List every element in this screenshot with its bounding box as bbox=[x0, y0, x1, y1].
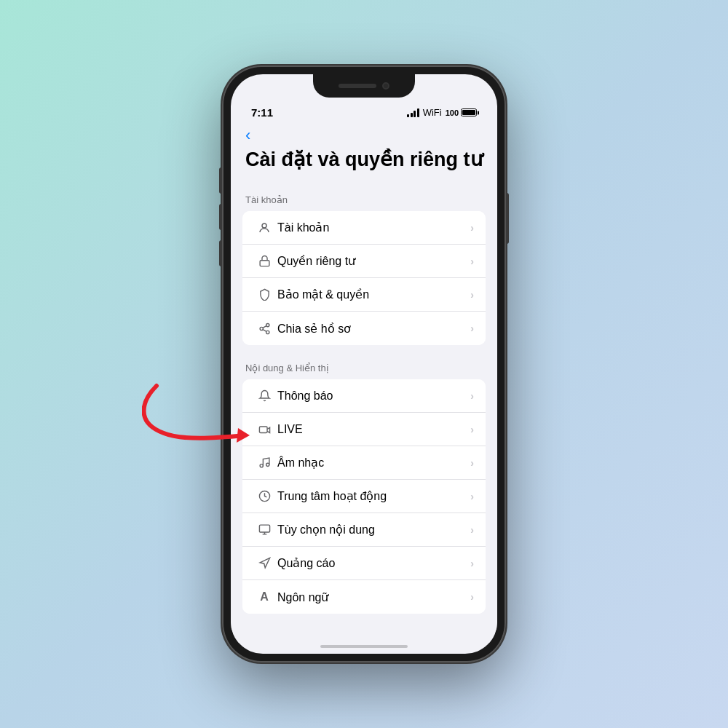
menu-item-activity[interactable]: Trung tâm hoạt động › bbox=[242, 480, 486, 513]
svg-rect-2 bbox=[260, 261, 269, 266]
account-icon bbox=[254, 221, 274, 234]
menu-label-live: LIVE bbox=[277, 423, 470, 436]
battery-icon: 100 bbox=[446, 108, 477, 117]
menu-item-content-options[interactable]: Tùy chọn nội dung › bbox=[242, 513, 486, 547]
chevron-music: › bbox=[470, 457, 474, 469]
svg-point-3 bbox=[266, 323, 269, 326]
menu-item-live[interactable]: LIVE › bbox=[242, 413, 486, 446]
wifi-icon: WiFi bbox=[423, 107, 442, 118]
svg-point-10 bbox=[266, 464, 269, 467]
chevron-content-options: › bbox=[470, 524, 474, 536]
share-profile-icon bbox=[254, 323, 274, 335]
menu-label-privacy: Quyền riêng tư bbox=[277, 254, 470, 268]
menu-item-share-profile[interactable]: Chia sẻ hồ sơ › bbox=[242, 312, 486, 345]
menu-item-security[interactable]: Bảo mật & quyền › bbox=[242, 278, 486, 312]
notification-icon bbox=[254, 389, 274, 402]
svg-line-7 bbox=[263, 326, 266, 328]
menu-label-notification: Thông báo bbox=[277, 389, 470, 403]
menu-item-account[interactable]: Tài khoản › bbox=[242, 211, 486, 245]
page-header: ‹ Cài đặt và quyền riêng tư bbox=[231, 122, 497, 183]
section-header-content: Nội dung & Hiển thị bbox=[231, 351, 497, 379]
content-area: ‹ Cài đặt và quyền riêng tư Tài khoản Tà… bbox=[231, 122, 497, 643]
status-icons: WiFi 100 bbox=[407, 107, 477, 118]
menu-label-security: Bảo mật & quyền bbox=[277, 288, 470, 301]
chevron-language: › bbox=[470, 591, 474, 603]
activity-icon bbox=[254, 490, 274, 502]
menu-group-content: Thông báo › LIVE › bbox=[242, 379, 486, 614]
menu-item-notification[interactable]: Thông báo › bbox=[242, 379, 486, 413]
svg-line-6 bbox=[263, 329, 266, 331]
notch-speaker bbox=[339, 84, 376, 88]
signal-icon bbox=[407, 108, 419, 117]
phone-wrapper: 7:11 WiFi 100 ‹ Cài đặt và quy bbox=[222, 66, 506, 662]
svg-point-4 bbox=[260, 327, 263, 330]
menu-item-privacy[interactable]: Quyền riêng tư › bbox=[242, 245, 486, 278]
svg-point-5 bbox=[266, 331, 269, 333]
menu-label-share-profile: Chia sẻ hồ sơ bbox=[277, 322, 470, 336]
svg-point-9 bbox=[260, 464, 263, 467]
chevron-ads: › bbox=[470, 558, 474, 569]
page-title: Cài đặt và quyền riêng tư bbox=[245, 148, 483, 171]
svg-rect-8 bbox=[259, 427, 267, 433]
svg-point-1 bbox=[262, 223, 266, 228]
chevron-share-profile: › bbox=[470, 323, 474, 334]
section-header-account: Tài khoản bbox=[231, 183, 497, 211]
live-icon bbox=[254, 423, 274, 435]
menu-item-ads[interactable]: Quảng cáo › bbox=[242, 547, 486, 580]
status-time: 7:11 bbox=[251, 106, 273, 119]
phone-screen: 7:11 WiFi 100 ‹ Cài đặt và quy bbox=[231, 74, 497, 654]
menu-label-language: Ngôn ngữ bbox=[277, 590, 470, 604]
security-icon bbox=[254, 288, 274, 301]
notch bbox=[313, 74, 415, 98]
home-indicator bbox=[320, 645, 408, 648]
language-icon: A bbox=[254, 590, 274, 604]
music-icon bbox=[254, 456, 274, 469]
ads-icon bbox=[254, 557, 274, 569]
chevron-account: › bbox=[470, 222, 474, 234]
menu-label-ads: Quảng cáo bbox=[277, 556, 470, 570]
menu-item-music[interactable]: Âm nhạc › bbox=[242, 446, 486, 480]
svg-rect-12 bbox=[259, 526, 269, 533]
menu-item-language[interactable]: A Ngôn ngữ › bbox=[242, 580, 486, 614]
menu-label-activity: Trung tâm hoạt động bbox=[277, 489, 470, 503]
privacy-icon bbox=[254, 255, 274, 267]
notch-camera bbox=[382, 82, 389, 90]
chevron-privacy: › bbox=[470, 256, 474, 267]
chevron-security: › bbox=[470, 289, 474, 301]
menu-label-account: Tài khoản bbox=[277, 221, 470, 234]
chevron-notification: › bbox=[470, 390, 474, 402]
status-bar: 7:11 WiFi 100 bbox=[231, 98, 497, 122]
menu-label-content-options: Tùy chọn nội dung bbox=[277, 523, 470, 537]
menu-group-account: Tài khoản › Quyền riêng tư › bbox=[242, 211, 486, 345]
back-button[interactable]: ‹ bbox=[245, 127, 250, 143]
menu-label-music: Âm nhạc bbox=[277, 456, 470, 470]
chevron-live: › bbox=[470, 424, 474, 435]
battery-label: 100 bbox=[446, 108, 459, 117]
content-options-icon bbox=[254, 523, 274, 536]
chevron-activity: › bbox=[470, 491, 474, 502]
